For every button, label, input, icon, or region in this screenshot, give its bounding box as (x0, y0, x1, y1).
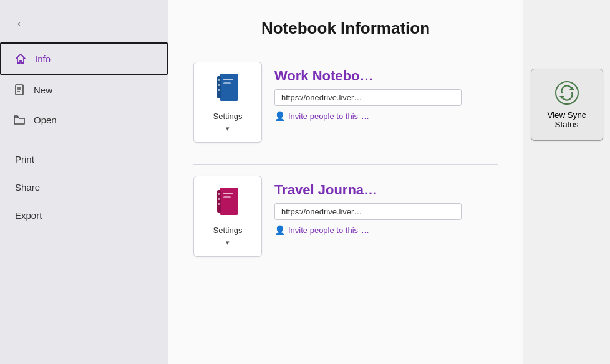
new-label: New (34, 85, 52, 95)
export-label: Export (15, 210, 42, 221)
sidebar-nav: Info New Open (0, 42, 168, 135)
person-icon-travel: 👤 (274, 225, 285, 235)
svg-rect-17 (223, 196, 231, 198)
main-content: Notebook Information Settings ▾ Work Not… (168, 0, 523, 364)
invite-link-work[interactable]: 👤 Invite people to this… (274, 111, 498, 121)
svg-point-6 (218, 79, 220, 81)
svg-point-8 (218, 89, 220, 91)
notebook-icon-travel (215, 186, 241, 222)
svg-point-7 (218, 84, 220, 86)
home-icon (14, 52, 27, 65)
sidebar: ← Info New (0, 0, 168, 364)
settings-button-travel[interactable]: Settings ▾ (193, 176, 262, 257)
settings-button-work[interactable]: Settings ▾ (193, 62, 262, 143)
new-doc-icon (12, 84, 26, 96)
open-label: Open (34, 115, 57, 125)
settings-label-travel: Settings (213, 226, 243, 235)
svg-rect-10 (223, 82, 231, 84)
svg-point-13 (218, 193, 220, 195)
settings-chevron-work: ▾ (226, 125, 230, 133)
notebook-url-work: https://onedrive.liver… (274, 89, 462, 106)
sidebar-item-share[interactable]: Share (0, 173, 168, 201)
invite-link-travel[interactable]: 👤 Invite people to this… (274, 225, 498, 235)
svg-rect-4 (220, 74, 238, 101)
back-button[interactable]: ← (5, 7, 40, 40)
card-divider (193, 164, 498, 165)
notebook-url-travel: https://onedrive.liver… (274, 203, 462, 220)
svg-point-14 (218, 198, 220, 200)
print-label: Print (15, 154, 34, 165)
settings-chevron-travel: ▾ (226, 239, 230, 247)
sidebar-item-print[interactable]: Print (0, 145, 168, 173)
svg-point-15 (218, 203, 220, 205)
back-arrow-icon: ← (15, 16, 29, 32)
notebook-card-work: Settings ▾ Work Notebo… https://onedrive… (193, 55, 498, 149)
person-icon-work: 👤 (274, 111, 285, 121)
svg-rect-9 (223, 79, 233, 80)
settings-label-work: Settings (213, 112, 243, 121)
sidebar-item-new[interactable]: New (0, 75, 168, 105)
notebook-info-work: Work Notebo… https://onedrive.liver… 👤 I… (274, 62, 498, 121)
svg-rect-11 (220, 188, 238, 215)
view-sync-label: View Sync Status (548, 110, 586, 129)
notebook-info-travel: Travel Journa… https://onedrive.liver… 👤… (274, 176, 498, 235)
sidebar-item-info[interactable]: Info (0, 42, 168, 75)
sidebar-item-export[interactable]: Export (0, 201, 168, 229)
notebook-name-travel: Travel Journa… (274, 182, 498, 198)
view-sync-button[interactable]: View Sync Status (531, 69, 603, 141)
info-label: Info (35, 54, 51, 64)
share-label: Share (15, 182, 40, 193)
notebook-card-travel: Settings ▾ Travel Journa… https://onedri… (193, 170, 498, 263)
sync-icon (554, 80, 579, 105)
sidebar-item-open[interactable]: Open (0, 105, 168, 135)
open-folder-icon (12, 113, 26, 126)
notebook-name-work: Work Notebo… (274, 68, 498, 84)
page-title: Notebook Information (193, 19, 498, 38)
sidebar-divider (10, 140, 158, 140)
right-panel: View Sync Status (523, 0, 610, 364)
svg-rect-16 (223, 193, 233, 194)
notebook-icon-work (215, 72, 241, 108)
